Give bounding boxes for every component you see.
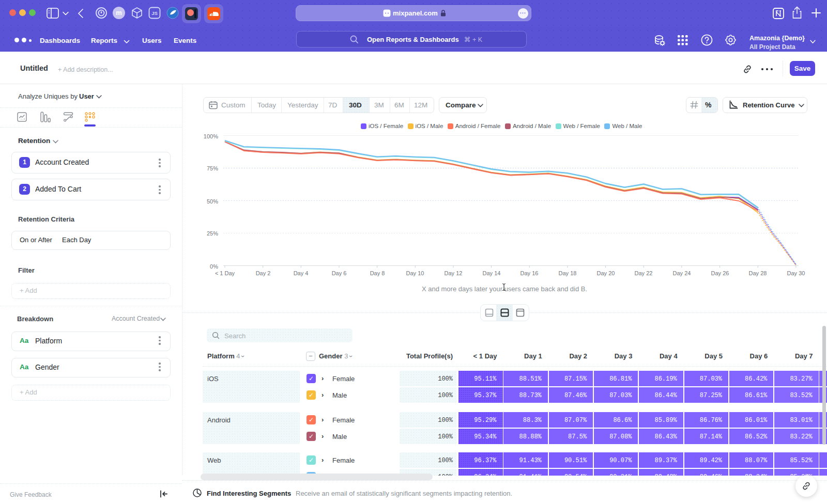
svg-text:JS: JS <box>151 10 158 16</box>
